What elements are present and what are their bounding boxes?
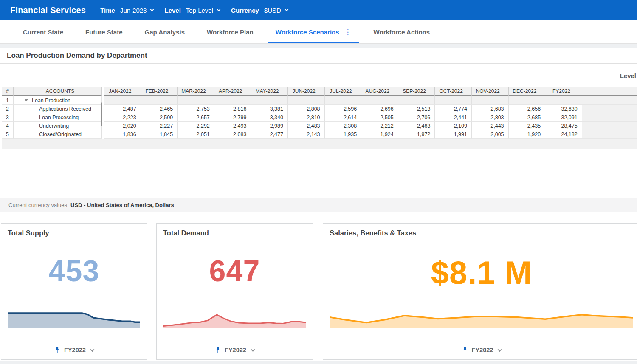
value-cell[interactable]: 1,836 bbox=[104, 130, 141, 139]
value-cell[interactable] bbox=[178, 96, 214, 105]
grid-header-fy2022[interactable]: FY2022 bbox=[545, 87, 582, 96]
value-cell[interactable]: 2,493 bbox=[214, 122, 251, 130]
kebab-menu-icon[interactable]: ⋮ bbox=[344, 28, 352, 36]
value-cell[interactable]: 2,143 bbox=[288, 130, 325, 139]
value-cell[interactable] bbox=[251, 96, 288, 105]
grid-header-apr-2022[interactable]: APR-2022 bbox=[214, 87, 251, 96]
value-cell[interactable]: 2,810 bbox=[288, 113, 325, 122]
grid-header-jan-2022[interactable]: JAN-2022 bbox=[104, 87, 141, 96]
account-cell[interactable]: Applications Received bbox=[14, 105, 102, 113]
tab-workforce-plan[interactable]: Workforce Plan bbox=[196, 20, 265, 43]
value-cell[interactable]: 2,227 bbox=[141, 122, 178, 130]
value-cell[interactable]: 2,487 bbox=[104, 105, 141, 113]
account-cell[interactable]: Loan Production bbox=[14, 96, 102, 105]
value-cell[interactable] bbox=[472, 96, 509, 105]
value-cell[interactable]: 2,696 bbox=[361, 105, 398, 113]
value-cell[interactable]: 3,381 bbox=[251, 105, 288, 113]
value-cell[interactable]: 28,475 bbox=[545, 122, 582, 130]
value-cell[interactable]: 2,513 bbox=[398, 105, 435, 113]
grid-header-jul-2022[interactable]: JUL-2022 bbox=[325, 87, 362, 96]
period-selector[interactable]: FY2022 bbox=[157, 347, 313, 353]
value-cell[interactable]: 2,109 bbox=[435, 122, 472, 130]
value-cell[interactable]: 1,920 bbox=[509, 130, 546, 139]
value-cell[interactable] bbox=[545, 96, 582, 105]
value-cell[interactable]: 1,972 bbox=[398, 130, 435, 139]
value-cell[interactable]: 1,991 bbox=[435, 130, 472, 139]
value-cell[interactable] bbox=[398, 96, 435, 105]
value-cell[interactable]: 2,443 bbox=[472, 122, 509, 130]
grid-header-dec-2022[interactable]: DEC-2022 bbox=[509, 87, 546, 96]
value-cell[interactable]: 2,477 bbox=[251, 130, 288, 139]
tab-current-state[interactable]: Current State bbox=[12, 20, 74, 43]
value-cell[interactable] bbox=[288, 96, 325, 105]
value-cell[interactable]: 24,182 bbox=[545, 130, 582, 139]
value-cell[interactable]: 2,683 bbox=[472, 105, 509, 113]
grid-header-sep-2022[interactable]: SEP-2022 bbox=[398, 87, 435, 96]
value-cell[interactable]: 2,441 bbox=[435, 113, 472, 122]
value-cell[interactable]: 2,509 bbox=[141, 113, 178, 122]
value-cell[interactable] bbox=[435, 96, 472, 105]
app-bar-control-value: Top Level bbox=[186, 7, 220, 14]
tab-workforce-actions[interactable]: Workforce Actions bbox=[363, 20, 441, 43]
value-cell[interactable]: 2,505 bbox=[361, 113, 398, 122]
value-cell[interactable]: 2,774 bbox=[435, 105, 472, 113]
value-cell[interactable]: 1,935 bbox=[325, 130, 362, 139]
grid-scrollbar-thumb[interactable] bbox=[101, 102, 102, 126]
grid-header-nov-2022[interactable]: NOV-2022 bbox=[472, 87, 509, 96]
value-cell[interactable]: 2,463 bbox=[398, 122, 435, 130]
value-cell[interactable]: 2,657 bbox=[178, 113, 214, 122]
value-cell[interactable]: 2,989 bbox=[251, 122, 288, 130]
app-bar-control-currency[interactable]: Currency$USD bbox=[231, 7, 288, 14]
value-cell[interactable] bbox=[141, 96, 178, 105]
grid-header-oct-2022[interactable]: OCT-2022 bbox=[435, 87, 472, 96]
value-cell[interactable]: 2,685 bbox=[509, 113, 546, 122]
account-cell[interactable]: Underwriting bbox=[14, 122, 102, 130]
value-cell[interactable] bbox=[214, 96, 251, 105]
tab-future-state[interactable]: Future State bbox=[74, 20, 134, 43]
value-cell[interactable] bbox=[325, 96, 362, 105]
value-cell[interactable]: 2,614 bbox=[325, 113, 362, 122]
period-selector[interactable]: FY2022 bbox=[1, 347, 147, 353]
value-cell[interactable]: 2,465 bbox=[141, 105, 178, 113]
value-cell[interactable]: 3,340 bbox=[251, 113, 288, 122]
app-bar-control-time[interactable]: TimeJun-2023 bbox=[100, 7, 153, 14]
value-cell[interactable]: 1,924 bbox=[361, 130, 398, 139]
value-cell[interactable]: 2,799 bbox=[214, 113, 251, 122]
grid-header-may-2022[interactable]: MAY-2022 bbox=[251, 87, 288, 96]
value-cell[interactable]: 32,091 bbox=[545, 113, 582, 122]
period-selector[interactable]: FY2022 bbox=[323, 347, 637, 353]
value-cell[interactable]: 2,656 bbox=[509, 105, 546, 113]
collapse-arrow-icon[interactable] bbox=[25, 99, 28, 101]
app-bar-control-level[interactable]: LevelTop Level bbox=[164, 7, 220, 14]
value-cell[interactable]: 2,308 bbox=[325, 122, 362, 130]
account-cell[interactable]: Loan Processing bbox=[14, 113, 102, 122]
grid-header-aug-2022[interactable]: AUG-2022 bbox=[361, 87, 398, 96]
grid-header-feb-2022[interactable]: FEB-2022 bbox=[141, 87, 178, 96]
value-cell[interactable]: 2,292 bbox=[178, 122, 214, 130]
grid-header-jun-2022[interactable]: JUN-2022 bbox=[288, 87, 325, 96]
value-cell[interactable]: 1,845 bbox=[141, 130, 178, 139]
value-cell[interactable]: 2,483 bbox=[288, 122, 325, 130]
value-cell[interactable]: 2,803 bbox=[472, 113, 509, 122]
value-cell[interactable]: 2,816 bbox=[214, 105, 251, 113]
value-cell[interactable]: 2,223 bbox=[104, 113, 141, 122]
value-cell[interactable] bbox=[509, 96, 546, 105]
value-cell[interactable]: 2,706 bbox=[398, 113, 435, 122]
tab-workforce-scenarios[interactable]: Workforce Scenarios⋮ bbox=[265, 20, 363, 43]
value-cell[interactable]: 2,808 bbox=[288, 105, 325, 113]
value-cell[interactable]: 2,596 bbox=[325, 105, 362, 113]
value-cell[interactable]: 32,630 bbox=[545, 105, 582, 113]
value-cell[interactable] bbox=[361, 96, 398, 105]
value-cell[interactable]: 2,005 bbox=[472, 130, 509, 139]
tab-gap-analysis[interactable]: Gap Analysis bbox=[134, 20, 196, 43]
grid-header-accounts[interactable]: ACCOUNTS bbox=[14, 87, 102, 96]
value-cell[interactable]: 2,020 bbox=[104, 122, 141, 130]
value-cell[interactable]: 2,083 bbox=[214, 130, 251, 139]
grid-header-mar-2022[interactable]: MAR-2022 bbox=[178, 87, 214, 96]
value-cell[interactable]: 2,212 bbox=[361, 122, 398, 130]
value-cell[interactable]: 2,753 bbox=[178, 105, 214, 113]
value-cell[interactable]: 2,051 bbox=[178, 130, 214, 139]
value-cell[interactable] bbox=[104, 96, 141, 105]
account-cell[interactable]: Closed/Originated bbox=[14, 130, 102, 139]
value-cell[interactable]: 2,435 bbox=[509, 122, 546, 130]
